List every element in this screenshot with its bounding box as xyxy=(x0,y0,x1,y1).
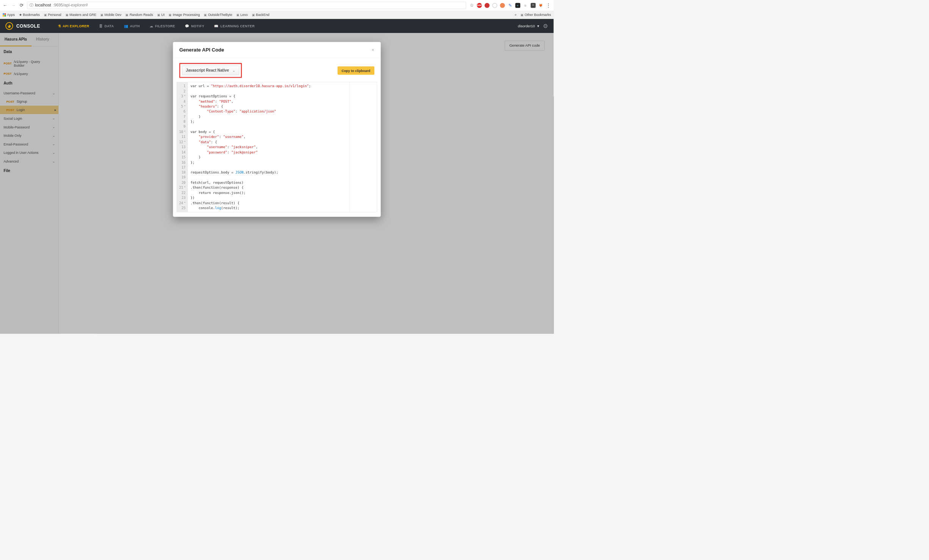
flask-icon: ⚗ xyxy=(58,24,61,28)
site-info-icon[interactable]: ⓘ xyxy=(30,3,33,8)
extension-icons: ☆ ABP ✎ ⚛ ◉ ••• 🦊 ⋮ xyxy=(469,3,551,8)
cloud-icon: ☁ xyxy=(150,24,153,28)
chrome-menu-icon[interactable]: ⋮ xyxy=(546,3,551,8)
folder-icon: ▣ xyxy=(100,13,103,17)
bookmark-star-icon[interactable]: ☆ xyxy=(469,3,474,8)
eyedropper-icon[interactable]: ✎ xyxy=(508,3,513,8)
users-icon: 👥 xyxy=(124,24,128,28)
adblock-icon[interactable]: ABP xyxy=(477,3,482,8)
folder-icon: ▣ xyxy=(44,13,47,17)
react-devtools-icon[interactable]: ⚛ xyxy=(515,3,520,8)
star-icon: ★ xyxy=(19,13,22,17)
console-brand: CONSOLE xyxy=(16,23,40,29)
language-select[interactable]: Javascript React Native ⌄ xyxy=(182,66,239,75)
bookmarks-folder[interactable]: ▣Levo xyxy=(236,13,248,17)
other-bookmarks[interactable]: ▣Other Bookmarks xyxy=(521,13,551,17)
copy-to-clipboard-button[interactable]: Copy to clipboard xyxy=(338,66,374,75)
hasura-logo-icon: ◕ xyxy=(5,22,13,30)
chevron-down-icon: ⌄ xyxy=(233,69,235,72)
book-icon: 📖 xyxy=(214,24,219,28)
folder-icon: ▣ xyxy=(252,13,255,17)
database-icon: 🗄 xyxy=(99,24,103,28)
close-icon[interactable]: × xyxy=(372,47,375,53)
modal-toolbar: Javascript React Native ⌄ Copy to clipbo… xyxy=(173,58,381,82)
address-bar[interactable]: ⓘ localhost:9695/api-explorer# xyxy=(27,2,466,9)
url-host: localhost xyxy=(35,3,51,8)
nav-learning[interactable]: 📖LEARNING CENTER xyxy=(209,19,260,33)
modal-header: Generate API Code × xyxy=(173,42,381,58)
bookmarks-folder[interactable]: ▣Personal xyxy=(44,13,61,17)
extension-icon[interactable]: 🦊 xyxy=(538,3,543,8)
nav-data[interactable]: 🗄DATA xyxy=(94,19,119,33)
code-body[interactable]: var url = "https://auth.disorder10.hasur… xyxy=(188,82,350,212)
browser-toolbar: ← → ⟳ ⓘ localhost:9695/api-explorer# ☆ A… xyxy=(0,0,554,11)
console-top-nav: ◕ CONSOLE ⚗API EXPLORER 🗄DATA 👥AUTH ☁FIL… xyxy=(0,19,554,33)
folder-icon: ▣ xyxy=(236,13,239,17)
extension-icon[interactable]: ◉ xyxy=(523,3,528,8)
folder-icon: ▣ xyxy=(204,13,207,17)
bookmarks-folder[interactable]: ★Bookmarks xyxy=(19,13,40,17)
language-select-highlight: Javascript React Native ⌄ xyxy=(179,63,242,78)
language-select-value: Javascript React Native xyxy=(186,68,229,73)
bookmarks-folder[interactable]: ▣UI xyxy=(157,13,165,17)
bookmarks-folder[interactable]: ▣Random Reads xyxy=(125,13,153,17)
back-button[interactable]: ← xyxy=(3,3,8,8)
page-body: Hasura APIs History Data POST/v1/query -… xyxy=(0,33,554,334)
ublock-icon[interactable] xyxy=(485,3,490,8)
nav-filestore[interactable]: ☁FILESTORE xyxy=(145,19,180,33)
nav-notify[interactable]: 💬NOTIFY xyxy=(180,19,209,33)
bookmarks-bar: Apps ★Bookmarks ▣Personal ▣Masters and G… xyxy=(0,11,554,19)
apps-shortcut[interactable]: Apps xyxy=(3,13,15,17)
generate-api-code-modal: Generate API Code × Javascript React Nat… xyxy=(173,42,381,217)
bookmarks-folder[interactable]: ▣BackEnd xyxy=(252,13,270,17)
forward-button[interactable]: → xyxy=(11,3,16,8)
folder-icon: ▣ xyxy=(66,13,69,17)
nav-auth[interactable]: 👥AUTH xyxy=(119,19,145,33)
bookmarks-folder[interactable]: ▣Mobile Dev xyxy=(100,13,121,17)
reload-button[interactable]: ⟳ xyxy=(19,3,24,8)
bookmarks-folder[interactable]: ▣Masters and GRE xyxy=(66,13,97,17)
bookmarks-folder[interactable]: ▣OutsideTheByte xyxy=(204,13,232,17)
url-path: :9695/api-explorer# xyxy=(53,3,88,8)
bookmarks-overflow[interactable]: » xyxy=(515,13,516,17)
apps-icon xyxy=(3,13,6,16)
modal-title: Generate API Code xyxy=(179,47,224,53)
extension-icon[interactable] xyxy=(500,3,505,8)
settings-gear-icon[interactable]: ⚙ xyxy=(543,22,548,29)
chevron-down-icon: ▾ xyxy=(537,24,539,28)
folder-icon: ▣ xyxy=(125,13,128,17)
folder-icon: ▣ xyxy=(157,13,160,17)
nav-api-explorer[interactable]: ⚗API EXPLORER xyxy=(53,19,94,33)
code-gutter: 1 2 3▾ 4 5▾ 6 7 8 9 10▾ 11 12▾ 13 14 15 … xyxy=(177,82,188,212)
code-editor[interactable]: 1 2 3▾ 4 5▾ 6 7 8 9 10▾ 11 12▾ 13 14 15 … xyxy=(177,82,377,212)
user-menu[interactable]: disorder10▾ xyxy=(518,24,539,28)
extension-icon[interactable]: ••• xyxy=(531,3,536,8)
console-logo[interactable]: ◕ CONSOLE xyxy=(5,22,40,30)
folder-icon: ▣ xyxy=(169,13,172,17)
bookmarks-folder[interactable]: ▣Image Processing xyxy=(169,13,200,17)
chat-icon: 💬 xyxy=(185,24,189,28)
folder-icon: ▣ xyxy=(521,13,524,17)
extension-icon[interactable] xyxy=(492,3,497,8)
